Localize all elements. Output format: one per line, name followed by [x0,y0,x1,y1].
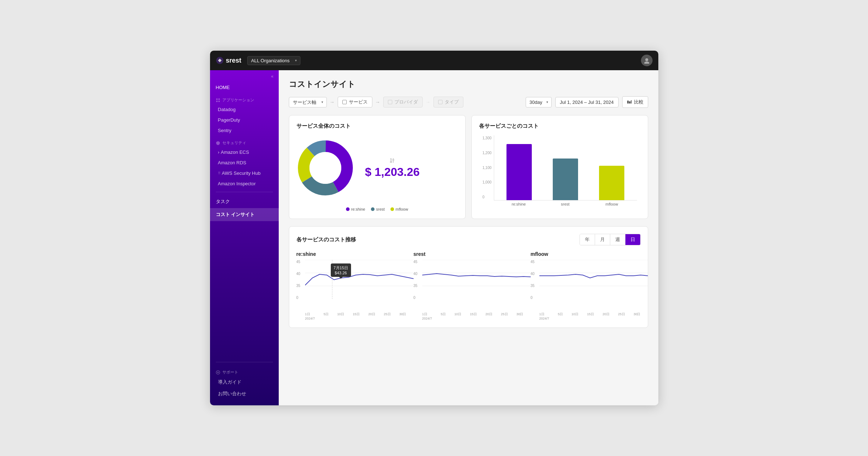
sidebar-item-sentry[interactable]: Sentry [210,125,279,136]
bar-group-reshine [506,144,532,200]
mini-chart-srest: srest 45 40 35 0 [414,251,523,320]
donut-center-text: 計 $ 1,203.26 [365,157,420,179]
bar-x-label-reshine: re:shine [506,202,531,206]
sidebar-item-tasks[interactable]: タスク [210,195,279,208]
filter-arrow-3: → [426,99,431,105]
reshine-y-35: 35 [296,284,300,288]
filter-chip-service[interactable]: サービス [338,97,372,107]
legend-label-mfloow: mfloow [395,207,408,211]
compare-label: 比較 [634,99,643,105]
chip-icon-type [438,100,442,104]
chip-provider-label: プロバイダ [394,99,418,105]
mfloow-x-20: 20日 [603,312,610,320]
reshine-x-5: 5日 [324,312,329,320]
srest-x-10: 10日 [454,312,461,320]
svg-rect-6 [218,101,220,102]
sidebar-item-amazon-inspector[interactable]: Amazon Inspector [210,178,279,189]
period-tab-week[interactable]: 週 [610,234,625,245]
mfloow-y-labels: 45 40 35 0 [531,260,535,300]
svg-point-8 [217,372,219,373]
reshine-x-labels: 1日2024/7 5日 10日 15日 20日 25日 30日 [296,312,406,320]
srest-x-15: 15日 [470,312,477,320]
filter-bar: サービス軸 → サービス → プロバイダ → タイプ [289,96,648,108]
legend-label-srest: srest [376,207,385,211]
sidebar-divider-1 [216,192,273,192]
mini-chart-reshine: re:shine 45 40 35 0 [296,251,406,320]
cards-row: サービス全体のコスト [289,115,648,219]
sidebar-item-aws-security-hub[interactable]: ⠿ AWS Security Hub [210,168,279,178]
day-select-wrapper[interactable]: 30day [526,97,552,107]
chip-service-label: サービス [349,99,368,105]
donut-label: 計 [365,157,420,164]
bar-chart-container: 1,300 1,200 1,100 1,000 0 [479,135,641,208]
mfloow-x-5: 5日 [558,312,563,320]
mini-chart-area-mfloow: 45 40 35 0 [531,260,641,311]
reshine-x-10: 10日 [337,312,344,320]
cost-legend: re:shine srest mfloow [296,207,458,211]
reshine-x-25: 25日 [384,312,391,320]
sidebar-divider-2 [216,362,273,362]
srest-y-40: 40 [414,272,418,276]
bar-x-labels: re:shine srest mfloow [494,200,637,208]
axis-select-wrapper[interactable]: サービス軸 [289,97,327,107]
sidebar-collapse-button[interactable]: « [210,70,279,81]
reshine-y-45: 45 [296,260,300,264]
svg-point-16 [309,152,341,184]
reshine-x-1: 1日2024/7 [305,312,315,320]
per-service-card: 各サービスごとのコスト 1,300 1,200 1,100 1,000 0 [471,115,648,219]
y-label-1100: 1,100 [483,166,492,170]
srest-y-0: 0 [414,296,418,300]
legend-dot-mfloow [390,207,394,211]
sidebar-item-cost-insight[interactable]: コスト インサイト [210,208,279,221]
logo: srest [216,56,241,64]
mini-chart-title-srest: srest [414,251,523,257]
axis-select[interactable]: サービス軸 [289,97,327,107]
period-tab-month[interactable]: 月 [595,234,610,245]
time-series-header: 各サービスのコスト推移 年 月 週 日 [296,234,641,245]
mini-chart-mfloow: mfloow 45 40 35 0 [531,251,641,320]
sidebar-item-contact[interactable]: お問い合わせ [210,388,279,400]
mfloow-x-1: 1日2024/7 [539,312,550,320]
per-service-title: 各サービスごとのコスト [479,123,641,130]
compare-button[interactable]: 比較 [622,96,648,108]
mfloow-x-labels: 1日2024/7 5日 10日 15日 20日 25日 30日 [531,312,641,320]
mini-chart-area-reshine: 45 40 35 0 [296,260,406,311]
filter-chip-type[interactable]: タイプ [433,97,463,107]
org-select[interactable]: ALL Organizations [247,56,300,65]
org-selector-wrapper[interactable]: ALL Organizations [247,56,300,65]
sidebar-item-amazon-rds[interactable]: Amazon RDS [210,157,279,168]
sidebar-item-amazon-ecs[interactable]: › Amazon ECS [210,147,279,157]
period-tab-day[interactable]: 日 [625,234,640,245]
sidebar-item-datadog[interactable]: Datadog [210,104,279,115]
y-label-1000: 1,000 [483,180,492,184]
sidebar-item-home[interactable]: HOME [210,81,279,93]
donut-chart [296,139,354,197]
srest-x-25: 25日 [501,312,508,320]
srest-x-1: 1日2024/7 [422,312,432,320]
day-select[interactable]: 30day [526,97,552,107]
filter-chip-provider[interactable]: プロバイダ [383,97,423,107]
security-section-label: セキュリティ [222,140,246,145]
reshine-y-0: 0 [296,296,300,300]
svg-rect-9 [627,101,629,104]
srest-x-30: 30日 [516,312,523,320]
donut-amount: $ 1,203.26 [365,165,420,179]
svg-rect-5 [216,101,218,102]
topbar-left: srest ALL Organizations [216,56,300,65]
compare-icon [627,100,632,105]
reshine-x-30: 30日 [399,312,406,320]
filter-right: 30day Jul 1, 2024 – Jul 31, 2024 比較 [526,96,648,108]
sidebar-item-intro-guide[interactable]: 導入ガイド [210,376,279,388]
bar-x-label-srest: srest [553,202,578,206]
main-layout: « HOME アプリケーション Datadog PagerDuty Sentry… [210,70,658,405]
sidebar-item-pagerduty[interactable]: PagerDuty [210,115,279,125]
sidebar-bottom: サポート 導入ガイド お問い合わせ [210,359,279,405]
bar-reshine [506,144,532,200]
mfloow-x-25: 25日 [618,312,625,320]
legend-dot-srest [371,207,375,211]
apps-section-label: アプリケーション [222,97,254,103]
user-avatar[interactable] [641,55,653,66]
time-series-section: 各サービスのコスト推移 年 月 週 日 re:shine 45 [289,226,648,328]
legend-dot-reshine [346,207,350,211]
period-tab-year[interactable]: 年 [580,234,595,245]
